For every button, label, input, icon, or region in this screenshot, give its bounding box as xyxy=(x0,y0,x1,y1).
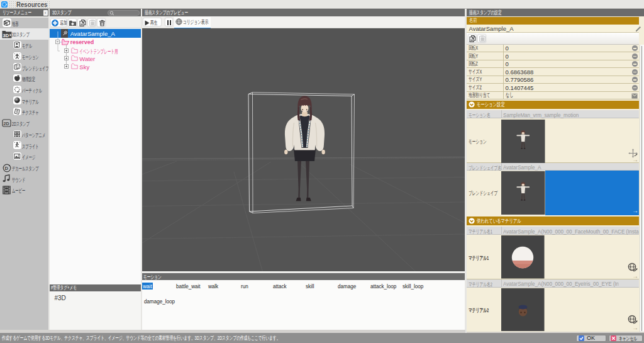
svg-text:2D: 2D xyxy=(4,121,9,126)
svg-text:D: D xyxy=(4,165,8,171)
svg-text:3D: 3D xyxy=(3,33,9,38)
